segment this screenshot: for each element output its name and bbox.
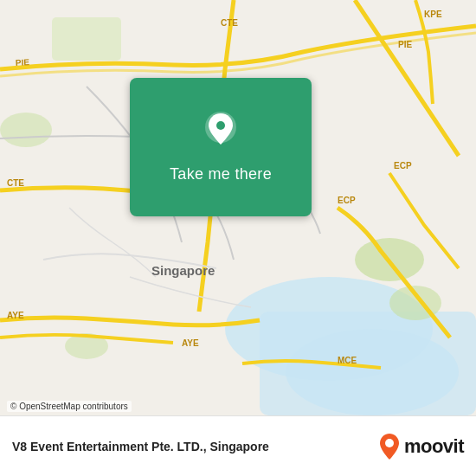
svg-text:AYE: AYE — [182, 338, 199, 348]
moovit-logo: moovit — [378, 433, 464, 460]
svg-text:ECP: ECP — [394, 161, 412, 170]
svg-point-23 — [385, 439, 394, 447]
svg-point-22 — [216, 121, 225, 130]
svg-text:PIE: PIE — [16, 57, 30, 68]
svg-text:PIE: PIE — [398, 40, 412, 49]
svg-text:MCE: MCE — [338, 356, 357, 365]
location-name: V8 Event Entertainment Pte. LTD., Singap… — [12, 440, 269, 453]
take-me-there-card[interactable]: Take me there — [130, 78, 312, 216]
moovit-pin-icon — [378, 433, 401, 460]
svg-text:CTE: CTE — [221, 18, 238, 28]
svg-text:ECP: ECP — [338, 196, 356, 205]
location-info: V8 Event Entertainment Pte. LTD., Singap… — [12, 440, 269, 453]
map-container: Singapore PIE PIE CTE CTE KPE AYE AYE EC… — [0, 0, 476, 415]
svg-text:KPE: KPE — [424, 10, 442, 19]
osm-attribution: © OpenStreetMap contributors — [7, 401, 132, 412]
take-me-there-button[interactable]: Take me there — [170, 165, 272, 183]
location-pin-icon — [199, 112, 242, 155]
moovit-logo-text: moovit — [404, 435, 464, 458]
svg-text:CTE: CTE — [7, 178, 24, 188]
svg-text:Singapore: Singapore — [151, 263, 215, 278]
svg-text:AYE: AYE — [7, 311, 24, 320]
bottom-bar: V8 Event Entertainment Pte. LTD., Singap… — [0, 415, 476, 476]
svg-rect-6 — [52, 17, 121, 61]
svg-point-7 — [0, 113, 52, 147]
